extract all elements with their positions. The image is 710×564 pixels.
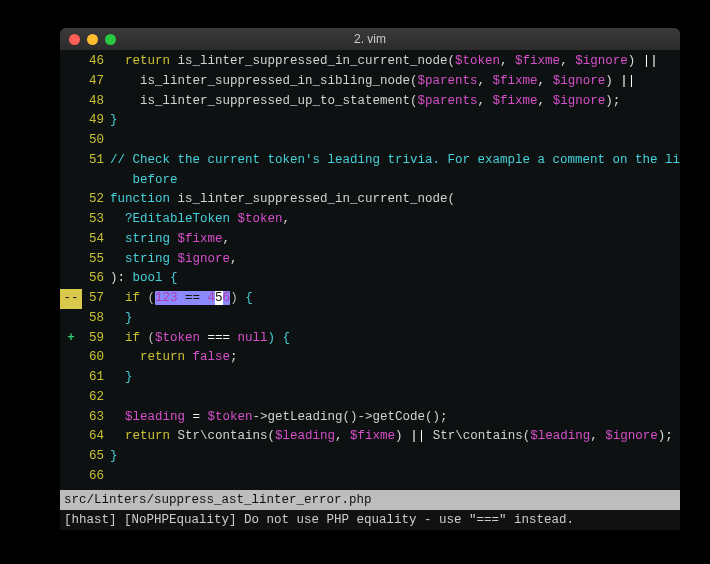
command-line[interactable]: [hhast] [NoPHPEquality] Do not use PHP e… — [60, 510, 680, 530]
editor-area[interactable]: 46 return is_linter_suppressed_in_curren… — [60, 50, 680, 506]
code-line-modified: -- 57 if (123 == 456) { — [60, 289, 680, 309]
code-line-wrap: before — [60, 171, 680, 191]
code-line: 53 ?EditableToken $token, — [60, 210, 680, 230]
code-line: 63 $leading = $token->getLeading()->getC… — [60, 408, 680, 428]
code-line: 47 is_linter_suppressed_in_sibling_node(… — [60, 72, 680, 92]
code-line: 50 — [60, 131, 680, 151]
code-line: 65 } — [60, 447, 680, 467]
window-title: 2. vim — [60, 32, 680, 46]
code-line: 49 } — [60, 111, 680, 131]
sign-modified: -- — [60, 289, 82, 309]
code-line: 61 } — [60, 368, 680, 388]
code-line-added: + 59 if ($token === null) { — [60, 329, 680, 349]
titlebar: 2. vim — [60, 28, 680, 50]
lint-error-highlight: 123 == 456 — [155, 291, 230, 305]
code[interactable]: return is_linter_suppressed_in_current_n… — [110, 52, 680, 72]
code-line: 62 — [60, 388, 680, 408]
terminal-window: 2. vim 46 return is_linter_suppressed_in… — [60, 28, 680, 530]
code-line: 51 // Check the current token's leading … — [60, 151, 680, 171]
code-line: 55 string $ignore, — [60, 250, 680, 270]
code-line: 60 return false; — [60, 348, 680, 368]
code-line: 48 is_linter_suppressed_up_to_statement(… — [60, 92, 680, 112]
code-line: 52 function is_linter_suppressed_in_curr… — [60, 190, 680, 210]
status-bar: src/Linters/suppress_ast_linter_error.ph… — [60, 490, 680, 510]
line-number: 46 — [82, 52, 110, 72]
code-line: 58 } — [60, 309, 680, 329]
code-line: 64 return Str\contains($leading, $fixme)… — [60, 427, 680, 447]
file-path: src/Linters/suppress_ast_linter_error.ph… — [64, 493, 372, 507]
lint-message: [hhast] [NoPHPEquality] Do not use PHP e… — [64, 513, 574, 527]
code-line: 56 ): bool { — [60, 269, 680, 289]
sign-added: + — [60, 329, 82, 349]
code-line: 54 string $fixme, — [60, 230, 680, 250]
code-line: 66 — [60, 467, 680, 487]
sign-column — [60, 52, 82, 72]
code-line: 46 return is_linter_suppressed_in_curren… — [60, 52, 680, 72]
